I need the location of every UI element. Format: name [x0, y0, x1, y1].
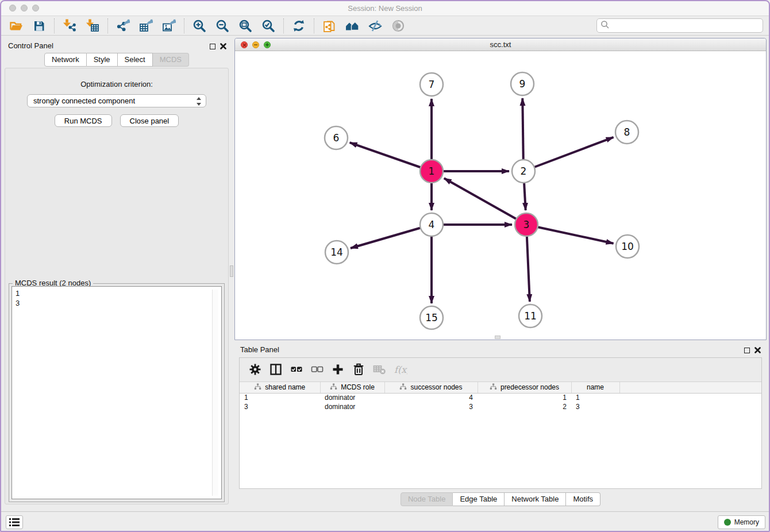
tab-style[interactable]: Style — [87, 53, 118, 67]
column-header-shared-name[interactable]: shared name — [240, 382, 320, 393]
vertical-splitter-handle[interactable] — [230, 265, 233, 277]
gear-icon[interactable] — [245, 363, 266, 377]
column-header-predecessor-nodes[interactable]: predecessor nodes — [478, 382, 571, 393]
criterion-dropdown-value: strongly connected component — [33, 97, 135, 105]
home-icon[interactable] — [344, 17, 361, 34]
network-graph[interactable]: 7968124314101511 — [235, 51, 766, 340]
node-3[interactable]: 3 — [515, 213, 538, 236]
node-14[interactable]: 14 — [325, 241, 348, 264]
table-panel-close-icon[interactable] — [754, 345, 761, 356]
control-panel-float-icon[interactable] — [210, 44, 215, 49]
open-folder-icon[interactable] — [7, 17, 25, 34]
network-window-title: scc.txt — [235, 40, 766, 49]
cell-shared-name[interactable]: 3 — [240, 402, 320, 411]
svg-text:6: 6 — [333, 132, 340, 144]
hide-eye-icon[interactable] — [367, 17, 384, 34]
zoom-selected-icon[interactable] — [260, 17, 277, 34]
mcds-panel: Optimization criterion: strongly connect… — [5, 68, 229, 504]
tab-motifs[interactable]: Motifs — [566, 492, 600, 506]
export-table-icon[interactable] — [137, 17, 155, 34]
import-network-icon[interactable] — [61, 17, 78, 34]
import-table-icon[interactable] — [84, 17, 101, 34]
memory-button[interactable]: Memory — [718, 515, 765, 529]
cell-successor-nodes[interactable]: 4 — [384, 393, 478, 402]
control-panel-close-icon[interactable] — [220, 41, 226, 52]
node-10[interactable]: 10 — [616, 235, 639, 258]
svg-text:10: 10 — [621, 241, 634, 252]
zoom-out-icon[interactable] — [214, 17, 231, 34]
node-8[interactable]: 8 — [615, 121, 638, 144]
plus-icon[interactable] — [328, 363, 349, 377]
tab-node-table[interactable]: Node Table — [401, 492, 453, 506]
deselect-all-icon[interactable] — [307, 363, 328, 377]
toolbar-separator — [54, 18, 55, 33]
network-window-titlebar[interactable]: scc.txt — [235, 38, 766, 51]
table-row[interactable]: 1dominator411 — [240, 393, 761, 402]
clone-network-icon[interactable] — [321, 17, 338, 34]
tab-edge-table[interactable]: Edge Table — [453, 492, 505, 506]
tab-network-table[interactable]: Network Table — [505, 492, 566, 506]
network-canvas[interactable]: 7968124314101511 — [235, 51, 766, 340]
search-box[interactable] — [596, 18, 763, 33]
horizontal-splitter-handle[interactable] — [495, 336, 500, 339]
export-network-icon[interactable] — [114, 17, 132, 34]
search-icon — [600, 20, 610, 32]
node-2[interactable]: 2 — [512, 160, 535, 183]
node-7[interactable]: 7 — [420, 73, 443, 96]
edge-3-10[interactable] — [526, 225, 614, 244]
refresh-icon[interactable] — [290, 17, 307, 34]
cell-predecessor-nodes[interactable]: 1 — [478, 393, 571, 402]
cell-MCDS-role[interactable]: dominator — [320, 402, 384, 411]
edge-4-14[interactable] — [351, 225, 432, 248]
svg-text:3: 3 — [523, 219, 530, 230]
cell-MCDS-role[interactable]: dominator — [320, 393, 384, 402]
trash-icon[interactable] — [349, 363, 369, 377]
memory-status-icon — [724, 519, 731, 526]
toolbar-separator — [283, 18, 284, 33]
result-scrollbar[interactable] — [212, 290, 218, 496]
task-history-button[interactable] — [6, 515, 23, 529]
tab-network[interactable]: Network — [44, 53, 87, 67]
tab-mcds[interactable]: MCDS — [153, 53, 189, 67]
cell-filler — [619, 393, 761, 402]
search-input[interactable] — [610, 20, 763, 32]
cell-predecessor-nodes[interactable]: 2 — [478, 402, 571, 411]
column-header-MCDS-role[interactable]: MCDS role — [320, 382, 384, 393]
export-image-icon[interactable] — [160, 17, 178, 34]
node-table[interactable]: shared nameMCDS rolesuccessor nodesprede… — [240, 382, 761, 411]
edge-2-8[interactable] — [523, 137, 614, 171]
svg-text:15: 15 — [425, 312, 438, 323]
node-4[interactable]: 4 — [420, 213, 443, 236]
columns-icon[interactable] — [266, 363, 287, 377]
run-mcds-button[interactable]: Run MCDS — [55, 114, 112, 127]
cell-name[interactable]: 1 — [571, 393, 619, 402]
column-header-name[interactable]: name — [571, 382, 619, 393]
zoom-in-icon[interactable] — [191, 17, 208, 34]
mcds-result-groupbox: MCDS result (2 nodes) 1 3 — [9, 283, 225, 502]
svg-text:4: 4 — [429, 219, 435, 230]
toolbar-separator — [314, 18, 314, 33]
node-9[interactable]: 9 — [511, 72, 534, 95]
edge-1-6[interactable] — [350, 142, 432, 171]
zoom-fit-icon[interactable] — [237, 17, 254, 34]
column-header-successor-nodes[interactable]: successor nodes — [384, 382, 478, 393]
select-all-icon[interactable] — [287, 363, 307, 377]
cell-shared-name[interactable]: 1 — [240, 393, 320, 402]
node-6[interactable]: 6 — [325, 126, 348, 149]
cell-name[interactable]: 3 — [571, 402, 619, 411]
node-11[interactable]: 11 — [519, 304, 542, 327]
mcds-result-text[interactable]: 1 3 — [11, 286, 222, 499]
table-panel-float-icon[interactable] — [744, 348, 750, 353]
edge-3-1[interactable] — [444, 178, 526, 225]
toolbar-separator — [107, 18, 108, 33]
close-panel-button[interactable]: Close panel — [120, 114, 179, 127]
tab-select[interactable]: Select — [118, 53, 153, 67]
criterion-dropdown[interactable]: strongly connected component — [27, 94, 206, 107]
cell-successor-nodes[interactable]: 3 — [384, 402, 478, 411]
node-1[interactable]: 1 — [420, 160, 443, 183]
tree-icon — [399, 383, 407, 392]
main-toolbar — [0, 16, 770, 36]
table-row[interactable]: 3dominator323 — [240, 402, 761, 411]
save-icon[interactable] — [30, 17, 48, 34]
node-15[interactable]: 15 — [420, 306, 443, 329]
